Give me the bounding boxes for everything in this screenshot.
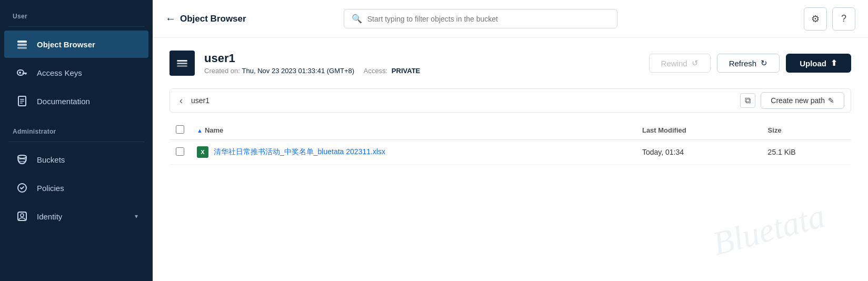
- th-checkbox: [169, 121, 191, 140]
- settings-button[interactable]: ⚙: [804, 7, 827, 31]
- sidebar-item-label-access-keys: Access Keys: [37, 68, 82, 77]
- access-value: PRIVATE: [392, 67, 420, 75]
- sidebar-item-buckets[interactable]: Buckets: [4, 146, 148, 173]
- back-arrow-icon: ←: [165, 13, 176, 25]
- help-button[interactable]: ?: [832, 7, 855, 31]
- svg-rect-10: [20, 101, 24, 102]
- sidebar-item-object-browser[interactable]: Object Browser: [4, 31, 148, 58]
- create-path-button[interactable]: Create new path ✎: [761, 92, 844, 109]
- topbar-actions: ⚙ ?: [804, 7, 855, 31]
- sidebar-item-label-documentation: Documentation: [37, 97, 90, 106]
- svg-point-13: [18, 159, 26, 162]
- upload-button[interactable]: Upload ⬆: [786, 54, 851, 73]
- bucket-actions: Rewind ↺ Refresh ↻ Upload ⬆: [649, 54, 851, 73]
- back-label: Object Browser: [180, 14, 246, 24]
- identity-chevron-icon: ▾: [135, 213, 138, 220]
- bucket-info: user1 Created on: Thu, Nov 23 2023 01:33…: [204, 52, 640, 75]
- sidebar: User Object Browser Access Keys: [0, 0, 153, 281]
- excel-file-icon: X: [197, 146, 208, 158]
- sidebar-item-identity[interactable]: Identity ▾: [4, 203, 148, 230]
- svg-rect-1: [17, 44, 27, 46]
- file-name[interactable]: 清华社日常推书活动_中奖名单_bluetata 202311.xlsx: [214, 147, 385, 157]
- sidebar-item-label-object-browser: Object Browser: [37, 40, 95, 49]
- th-name: ▲ Name: [191, 121, 636, 140]
- svg-rect-11: [20, 103, 23, 104]
- search-icon: 🔍: [352, 14, 362, 24]
- row-modified-cell: Today, 01:34: [636, 140, 762, 165]
- sidebar-section-admin: Administrator: [0, 122, 153, 138]
- sidebar-item-policies[interactable]: Policies: [4, 174, 148, 202]
- sidebar-item-label-identity: Identity: [37, 212, 62, 221]
- row-checkbox[interactable]: [176, 147, 184, 156]
- svg-rect-0: [17, 41, 27, 43]
- svg-point-12: [18, 155, 26, 158]
- rewind-button[interactable]: Rewind ↺: [649, 54, 711, 73]
- sidebar-item-label-buckets: Buckets: [37, 155, 65, 164]
- search-input[interactable]: [367, 15, 610, 23]
- col-name-label: Name: [205, 126, 223, 134]
- file-table: ▲ Name Last Modified Size: [169, 121, 851, 165]
- created-label: Created on:: [204, 67, 240, 75]
- refresh-label: Refresh: [729, 59, 757, 68]
- policies-icon: [15, 180, 29, 195]
- upload-label: Upload: [800, 59, 826, 68]
- col-size-label: Size: [768, 126, 782, 134]
- svg-rect-9: [20, 99, 24, 100]
- object-browser-icon: [15, 37, 29, 52]
- sidebar-section-user: User: [0, 6, 153, 23]
- svg-point-7: [19, 72, 21, 74]
- sidebar-item-label-policies: Policies: [37, 184, 64, 193]
- topbar: ← Object Browser 🔍 ⚙ ?: [153, 0, 868, 38]
- gear-icon: ⚙: [811, 13, 820, 25]
- col-modified-label: Last Modified: [642, 126, 686, 134]
- svg-rect-18: [177, 63, 187, 64]
- watermark: Bluetata: [709, 196, 829, 264]
- help-icon: ?: [841, 13, 846, 24]
- back-to-browser-link[interactable]: ← Object Browser: [165, 13, 246, 25]
- svg-point-16: [21, 214, 24, 217]
- svg-rect-6: [24, 73, 25, 74]
- buckets-icon: [15, 152, 29, 167]
- access-keys-icon: [15, 65, 29, 80]
- sidebar-item-documentation[interactable]: Documentation: [4, 87, 148, 115]
- svg-rect-19: [177, 65, 187, 67]
- refresh-button[interactable]: Refresh ↻: [717, 54, 780, 73]
- bucket-name: user1: [204, 52, 640, 65]
- table-row: X 清华社日常推书活动_中奖名单_bluetata 202311.xlsx To…: [169, 140, 851, 165]
- th-modified: Last Modified: [636, 121, 762, 140]
- search-bar: 🔍: [344, 9, 617, 28]
- row-size-cell: 25.1 KiB: [762, 140, 851, 165]
- sort-arrow-icon: ▲: [197, 127, 203, 134]
- th-size: Size: [762, 121, 851, 140]
- rewind-label: Rewind: [661, 59, 687, 68]
- create-path-icon: ✎: [828, 96, 834, 105]
- path-back-button[interactable]: ‹: [176, 94, 186, 107]
- svg-rect-5: [25, 73, 26, 75]
- sidebar-item-access-keys[interactable]: Access Keys: [4, 59, 148, 86]
- path-text: user1: [191, 96, 735, 105]
- row-checkbox-cell: [169, 140, 191, 165]
- bucket-icon: [169, 51, 195, 76]
- row-name-cell: X 清华社日常推书活动_中奖名单_bluetata 202311.xlsx: [191, 140, 636, 165]
- create-path-label: Create new path: [771, 96, 825, 105]
- copy-path-button[interactable]: ⧉: [740, 93, 755, 108]
- created-date: Thu, Nov 23 2023 01:33:41 (GMT+8): [242, 67, 356, 75]
- access-label: Access:: [364, 67, 388, 75]
- bucket-header: user1 Created on: Thu, Nov 23 2023 01:33…: [169, 51, 851, 76]
- refresh-icon: ↻: [761, 58, 767, 68]
- svg-rect-2: [17, 47, 27, 49]
- select-all-checkbox[interactable]: [176, 125, 184, 134]
- path-bar: ‹ user1 ⧉ Create new path ✎: [169, 88, 851, 113]
- bucket-meta: Created on: Thu, Nov 23 2023 01:33:41 (G…: [204, 67, 640, 75]
- content-area: user1 Created on: Thu, Nov 23 2023 01:33…: [153, 38, 868, 281]
- svg-rect-17: [177, 60, 187, 62]
- upload-icon: ⬆: [831, 58, 837, 68]
- identity-icon: [15, 209, 29, 224]
- rewind-icon: ↺: [692, 58, 699, 68]
- main-content: ← Object Browser 🔍 ⚙ ?: [153, 0, 868, 281]
- documentation-icon: [15, 94, 29, 108]
